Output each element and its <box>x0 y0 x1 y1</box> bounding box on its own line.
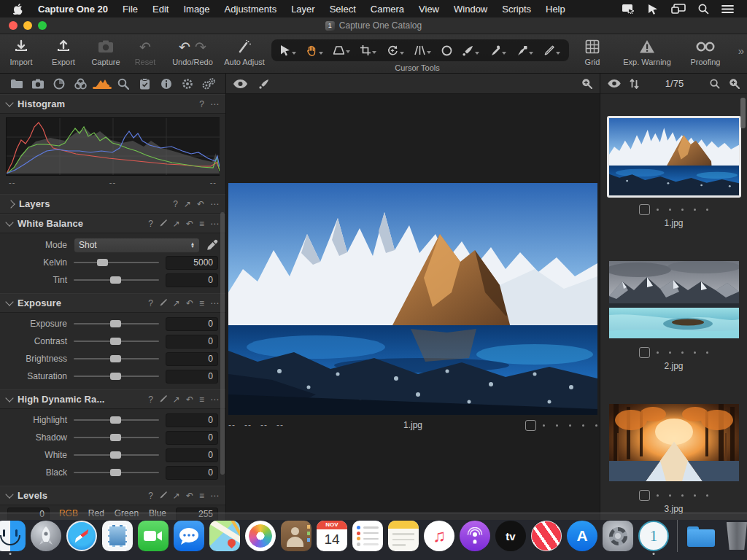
help-icon[interactable]: ? <box>199 99 204 109</box>
menu-image[interactable]: Image <box>176 4 217 15</box>
rotate-tool[interactable] <box>387 45 404 56</box>
wb-eyedropper-icon[interactable] <box>206 239 218 251</box>
dock-downloads-folder[interactable] <box>686 521 716 551</box>
tab-batch-gears[interactable] <box>201 78 216 90</box>
thumbnail-3-photo[interactable] <box>609 404 739 481</box>
undo-redo-button[interactable]: ↶ ↷ Undo/Redo <box>166 38 219 66</box>
dock-music[interactable]: ♫ <box>424 521 454 551</box>
thumbnail-1[interactable]: 1.jpg <box>607 116 741 228</box>
screen-mirroring-icon[interactable] <box>622 4 635 14</box>
redo-icon[interactable]: ↷ <box>195 39 206 55</box>
menu-select[interactable]: Select <box>322 4 363 15</box>
help-icon[interactable]: ? <box>148 394 153 405</box>
presets-icon[interactable]: ≡ <box>199 491 204 501</box>
apple-menu[interactable] <box>10 3 31 15</box>
help-icon[interactable]: ? <box>148 491 153 501</box>
dock-trash[interactable] <box>721 521 747 551</box>
exposure-value[interactable]: 0 <box>166 317 218 331</box>
proofing-button[interactable]: Proofing <box>684 38 727 66</box>
shadow-value[interactable]: 0 <box>166 431 218 445</box>
brightness-slider[interactable] <box>74 358 159 359</box>
help-icon[interactable]: ? <box>173 199 178 209</box>
more-options-icon[interactable]: ⋯ <box>210 491 219 501</box>
control-center-list-icon[interactable] <box>721 4 734 14</box>
rating-dots[interactable] <box>657 209 708 211</box>
tab-color[interactable] <box>74 78 88 90</box>
edit-brush-icon[interactable] <box>159 219 167 228</box>
black-slider[interactable] <box>74 472 159 473</box>
dock-facetime[interactable] <box>138 521 169 551</box>
white-value[interactable]: 0 <box>166 448 218 462</box>
tab-lens[interactable] <box>52 78 66 90</box>
edit-brush-icon[interactable] <box>159 491 167 499</box>
capture-button[interactable]: Capture <box>85 38 127 66</box>
dock-launchpad[interactable] <box>31 521 61 551</box>
dock-mail[interactable] <box>102 521 133 551</box>
displays-icon[interactable] <box>671 4 686 14</box>
dock-safari[interactable] <box>66 521 97 551</box>
hdr-section-header[interactable]: High Dynamic Ra... ? ↗ ↶ ≡ ⋯ <box>0 389 225 409</box>
help-icon[interactable]: ? <box>148 298 153 308</box>
edit-brush-icon[interactable] <box>159 395 167 403</box>
dock-podcasts[interactable] <box>460 521 490 551</box>
sort-icon[interactable] <box>630 79 639 89</box>
thumbnail-1-photo[interactable] <box>607 116 741 198</box>
saturation-value[interactable]: 0 <box>166 370 218 384</box>
pointer-status-icon[interactable] <box>647 4 659 15</box>
tab-exposure[interactable] <box>95 78 109 89</box>
saturation-slider[interactable] <box>74 376 159 377</box>
dock-messages[interactable] <box>174 521 204 551</box>
brightness-value[interactable]: 0 <box>166 352 218 366</box>
exposure-section-header[interactable]: Exposure ? ↗ ↶ ≡ ⋯ <box>0 293 225 313</box>
help-icon[interactable]: ? <box>148 219 153 229</box>
zoom-thumbnails-icon[interactable] <box>729 78 740 89</box>
menu-adjustments[interactable]: Adjustments <box>217 4 285 15</box>
more-options-icon[interactable]: ⋯ <box>210 99 219 109</box>
dock-system-preferences[interactable] <box>603 521 633 551</box>
more-options-icon[interactable]: ⋯ <box>210 394 219 405</box>
tint-value[interactable]: 0 <box>166 273 218 287</box>
contrast-value[interactable]: 0 <box>166 335 218 349</box>
dock-appstore[interactable]: A <box>567 521 597 551</box>
dock-photos[interactable] <box>245 521 276 551</box>
kelvin-value[interactable]: 5000 <box>166 256 218 270</box>
highlight-value[interactable]: 0 <box>166 413 218 427</box>
reset-button[interactable]: ↶ Reset <box>124 38 166 66</box>
reset-section-icon[interactable]: ↶ <box>186 298 193 308</box>
contrast-slider[interactable] <box>74 341 159 342</box>
toolbar-overflow-button[interactable]: » <box>738 44 744 57</box>
brush-icon[interactable] <box>259 79 269 89</box>
dock-contacts[interactable] <box>281 521 311 551</box>
more-options-icon[interactable]: ⋯ <box>210 199 219 209</box>
reset-section-icon[interactable]: ↶ <box>186 219 193 229</box>
menu-layer[interactable]: Layer <box>284 4 322 15</box>
dock-finder[interactable] <box>0 521 26 551</box>
menu-app-name[interactable]: Capture One 20 <box>31 4 115 15</box>
dock-reminders[interactable] <box>352 521 383 551</box>
pick-checkbox[interactable] <box>639 204 650 215</box>
pop-out-icon[interactable]: ↗ <box>173 219 180 229</box>
pop-out-icon[interactable]: ↗ <box>184 199 191 209</box>
browser-scrollbar[interactable] <box>740 98 746 128</box>
more-options-icon[interactable]: ⋯ <box>210 298 219 308</box>
crop-tool[interactable] <box>360 45 376 55</box>
pop-out-icon[interactable]: ↗ <box>173 298 180 308</box>
dock-maps[interactable] <box>209 521 240 551</box>
edit-brush-icon[interactable] <box>159 299 167 307</box>
menu-edit[interactable]: Edit <box>145 4 176 15</box>
white-balance-section-header[interactable]: White Balance ? ↗ ↶ ≡ ⋯ <box>0 214 225 233</box>
export-button[interactable]: Export <box>42 38 85 66</box>
shadow-slider[interactable] <box>74 437 159 438</box>
dock-notes[interactable] <box>388 521 419 551</box>
menu-scripts[interactable]: Scripts <box>495 4 538 15</box>
reset-section-icon[interactable]: ↶ <box>186 394 193 405</box>
presets-icon[interactable]: ≡ <box>199 394 204 405</box>
pan-tool[interactable] <box>306 45 323 56</box>
tab-adjustments-clipboard[interactable] <box>137 78 152 90</box>
presets-icon[interactable]: ≡ <box>199 219 204 229</box>
undo-icon[interactable]: ↶ <box>179 39 190 55</box>
dock-tv[interactable]: tv <box>495 521 526 551</box>
dock-calendar[interactable]: NOV 14 <box>317 521 347 551</box>
menu-help[interactable]: Help <box>538 4 573 15</box>
pick-checkbox[interactable] <box>639 347 650 358</box>
